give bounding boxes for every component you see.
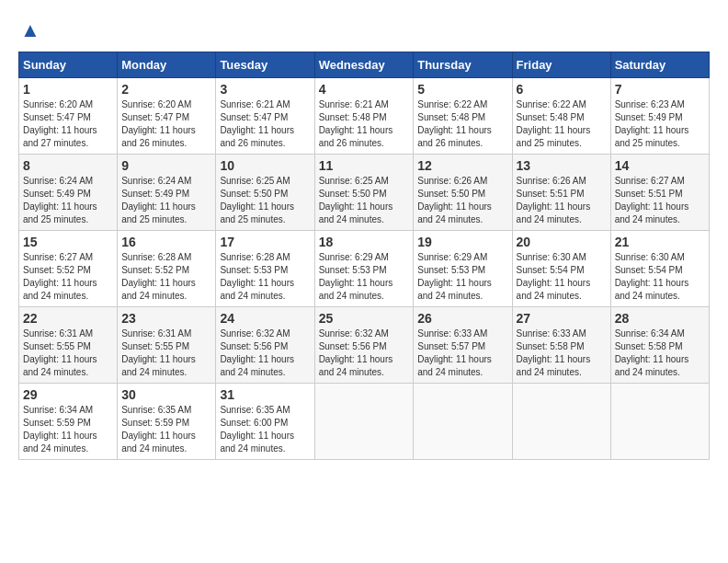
day-number: 19 — [417, 235, 507, 249]
day-number: 23 — [121, 311, 211, 326]
calendar-cell: 21Sunrise: 6:30 AM Sunset: 5:54 PM Dayli… — [610, 231, 709, 307]
day-number: 12 — [417, 158, 507, 173]
day-number: 3 — [220, 82, 310, 97]
calendar-cell: 27Sunrise: 6:33 AM Sunset: 5:58 PM Dayli… — [512, 307, 610, 384]
calendar-cell: 8Sunrise: 6:24 AM Sunset: 5:49 PM Daylig… — [19, 155, 118, 231]
day-info: Sunrise: 6:21 AM Sunset: 5:47 PM Dayligh… — [220, 98, 310, 150]
calendar-cell: 28Sunrise: 6:34 AM Sunset: 5:58 PM Dayli… — [610, 307, 709, 384]
day-info: Sunrise: 6:25 AM Sunset: 5:50 PM Dayligh… — [319, 175, 410, 226]
day-info: Sunrise: 6:29 AM Sunset: 5:53 PM Dayligh… — [417, 251, 507, 303]
day-number: 22 — [23, 311, 113, 326]
day-info: Sunrise: 6:31 AM Sunset: 5:55 PM Dayligh… — [23, 327, 113, 379]
day-info: Sunrise: 6:25 AM Sunset: 5:50 PM Dayligh… — [220, 175, 310, 226]
calendar-cell: 12Sunrise: 6:26 AM Sunset: 5:50 PM Dayli… — [414, 155, 512, 231]
calendar-cell: 14Sunrise: 6:27 AM Sunset: 5:51 PM Dayli… — [610, 155, 709, 231]
calendar-week-2: 8Sunrise: 6:24 AM Sunset: 5:49 PM Daylig… — [19, 155, 710, 231]
day-info: Sunrise: 6:26 AM Sunset: 5:51 PM Dayligh… — [517, 175, 607, 226]
calendar-cell: 5Sunrise: 6:22 AM Sunset: 5:48 PM Daylig… — [414, 78, 512, 155]
day-number: 16 — [121, 235, 211, 249]
calendar-cell: 29Sunrise: 6:34 AM Sunset: 5:59 PM Dayli… — [19, 384, 118, 460]
day-number: 6 — [517, 82, 607, 97]
day-number: 9 — [121, 158, 211, 173]
day-info: Sunrise: 6:24 AM Sunset: 5:49 PM Dayligh… — [121, 175, 211, 226]
logo-bird-icon: ▲ — [20, 18, 40, 42]
day-number: 25 — [319, 311, 410, 326]
day-info: Sunrise: 6:35 AM Sunset: 5:59 PM Dayligh… — [121, 404, 211, 455]
day-info: Sunrise: 6:34 AM Sunset: 5:58 PM Dayligh… — [615, 327, 705, 379]
day-info: Sunrise: 6:30 AM Sunset: 5:54 PM Dayligh… — [517, 251, 607, 303]
day-number: 14 — [615, 158, 705, 173]
day-info: Sunrise: 6:28 AM Sunset: 5:52 PM Dayligh… — [121, 251, 211, 303]
calendar-cell: 11Sunrise: 6:25 AM Sunset: 5:50 PM Dayli… — [314, 155, 414, 231]
calendar-cell: 24Sunrise: 6:32 AM Sunset: 5:56 PM Dayli… — [216, 307, 314, 384]
day-info: Sunrise: 6:23 AM Sunset: 5:49 PM Dayligh… — [615, 98, 705, 150]
day-info: Sunrise: 6:30 AM Sunset: 5:54 PM Dayligh… — [615, 251, 705, 303]
day-info: Sunrise: 6:33 AM Sunset: 5:57 PM Dayligh… — [417, 327, 507, 379]
calendar-cell: 2Sunrise: 6:20 AM Sunset: 5:47 PM Daylig… — [118, 78, 216, 155]
day-info: Sunrise: 6:32 AM Sunset: 5:56 PM Dayligh… — [319, 327, 410, 379]
calendar-cell: 15Sunrise: 6:27 AM Sunset: 5:52 PM Dayli… — [19, 231, 118, 307]
day-info: Sunrise: 6:32 AM Sunset: 5:56 PM Dayligh… — [220, 327, 310, 379]
calendar-cell: 13Sunrise: 6:26 AM Sunset: 5:51 PM Dayli… — [512, 155, 610, 231]
calendar-cell: 7Sunrise: 6:23 AM Sunset: 5:49 PM Daylig… — [610, 78, 709, 155]
day-number: 21 — [615, 235, 705, 249]
calendar-cell: 31Sunrise: 6:35 AM Sunset: 6:00 PM Dayli… — [216, 384, 314, 460]
day-info: Sunrise: 6:27 AM Sunset: 5:51 PM Dayligh… — [615, 175, 705, 226]
day-info: Sunrise: 6:34 AM Sunset: 5:59 PM Dayligh… — [23, 404, 113, 455]
calendar-header-wednesday: Wednesday — [314, 52, 414, 78]
calendar-cell: 10Sunrise: 6:25 AM Sunset: 5:50 PM Dayli… — [216, 155, 314, 231]
calendar-week-1: 1Sunrise: 6:20 AM Sunset: 5:47 PM Daylig… — [19, 78, 710, 155]
day-number: 8 — [23, 158, 113, 173]
calendar-header-monday: Monday — [118, 52, 216, 78]
day-number: 10 — [220, 158, 310, 173]
day-info: Sunrise: 6:24 AM Sunset: 5:49 PM Dayligh… — [23, 175, 113, 226]
logo: ▲ — [18, 18, 40, 42]
calendar-table: SundayMondayTuesdayWednesdayThursdayFrid… — [18, 52, 710, 460]
day-number: 18 — [319, 235, 410, 249]
day-info: Sunrise: 6:28 AM Sunset: 5:53 PM Dayligh… — [220, 251, 310, 303]
day-number: 1 — [23, 82, 113, 97]
header: ▲ — [18, 18, 710, 42]
calendar-cell: 6Sunrise: 6:22 AM Sunset: 5:48 PM Daylig… — [512, 78, 610, 155]
calendar-header-saturday: Saturday — [610, 52, 709, 78]
calendar-cell: 30Sunrise: 6:35 AM Sunset: 5:59 PM Dayli… — [118, 384, 216, 460]
day-number: 31 — [220, 387, 310, 402]
calendar-week-3: 15Sunrise: 6:27 AM Sunset: 5:52 PM Dayli… — [19, 231, 710, 307]
calendar-header-tuesday: Tuesday — [216, 52, 314, 78]
calendar-cell — [512, 384, 610, 460]
calendar-cell: 23Sunrise: 6:31 AM Sunset: 5:55 PM Dayli… — [118, 307, 216, 384]
calendar-header-thursday: Thursday — [414, 52, 512, 78]
day-info: Sunrise: 6:20 AM Sunset: 5:47 PM Dayligh… — [23, 98, 113, 150]
calendar-cell: 16Sunrise: 6:28 AM Sunset: 5:52 PM Dayli… — [118, 231, 216, 307]
day-info: Sunrise: 6:35 AM Sunset: 6:00 PM Dayligh… — [220, 404, 310, 455]
day-number: 4 — [319, 82, 410, 97]
day-number: 26 — [417, 311, 507, 326]
calendar-header-row: SundayMondayTuesdayWednesdayThursdayFrid… — [19, 52, 710, 78]
calendar-cell: 9Sunrise: 6:24 AM Sunset: 5:49 PM Daylig… — [118, 155, 216, 231]
day-number: 24 — [220, 311, 310, 326]
calendar-cell — [414, 384, 512, 460]
calendar-cell: 19Sunrise: 6:29 AM Sunset: 5:53 PM Dayli… — [414, 231, 512, 307]
day-number: 28 — [615, 311, 705, 326]
calendar-week-5: 29Sunrise: 6:34 AM Sunset: 5:59 PM Dayli… — [19, 384, 710, 460]
day-number: 29 — [23, 387, 113, 402]
day-number: 30 — [121, 387, 211, 402]
day-number: 2 — [121, 82, 211, 97]
calendar-week-4: 22Sunrise: 6:31 AM Sunset: 5:55 PM Dayli… — [19, 307, 710, 384]
calendar-body: 1Sunrise: 6:20 AM Sunset: 5:47 PM Daylig… — [19, 78, 710, 460]
day-info: Sunrise: 6:26 AM Sunset: 5:50 PM Dayligh… — [417, 175, 507, 226]
calendar-cell: 20Sunrise: 6:30 AM Sunset: 5:54 PM Dayli… — [512, 231, 610, 307]
calendar-cell: 25Sunrise: 6:32 AM Sunset: 5:56 PM Dayli… — [314, 307, 414, 384]
calendar-cell: 26Sunrise: 6:33 AM Sunset: 5:57 PM Dayli… — [414, 307, 512, 384]
calendar-header-sunday: Sunday — [19, 52, 118, 78]
day-number: 11 — [319, 158, 410, 173]
calendar-cell: 22Sunrise: 6:31 AM Sunset: 5:55 PM Dayli… — [19, 307, 118, 384]
calendar-header-friday: Friday — [512, 52, 610, 78]
calendar-cell: 17Sunrise: 6:28 AM Sunset: 5:53 PM Dayli… — [216, 231, 314, 307]
calendar-cell: 18Sunrise: 6:29 AM Sunset: 5:53 PM Dayli… — [314, 231, 414, 307]
day-info: Sunrise: 6:22 AM Sunset: 5:48 PM Dayligh… — [517, 98, 607, 150]
day-number: 17 — [220, 235, 310, 249]
calendar-cell: 3Sunrise: 6:21 AM Sunset: 5:47 PM Daylig… — [216, 78, 314, 155]
day-number: 5 — [417, 82, 507, 97]
calendar-cell — [610, 384, 709, 460]
